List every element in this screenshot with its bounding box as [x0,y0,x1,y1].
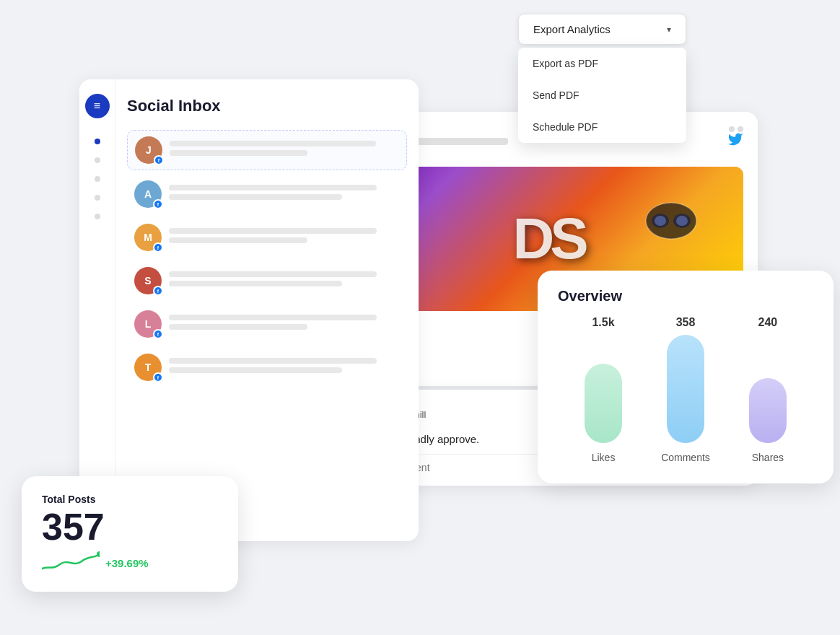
badge-letter: f [157,202,159,207]
badge-letter: f [157,332,159,337]
comments-value: 358 [676,316,696,329]
name-line [169,185,377,190]
trend-percentage: +39.69% [105,557,149,569]
message-line [169,194,342,200]
avatar-wrapper: L f [134,310,162,338]
app-logo[interactable]: ≡ [85,94,110,118]
shares-bar-wrapper [749,335,787,443]
twitter-icon [727,131,743,152]
platform-badge: f [154,155,164,165]
shares-label: Shares [752,452,784,463]
avatar-wrapper: A f [134,180,162,208]
name-line [169,228,377,234]
chart-column-shares: 240 Shares [749,316,787,463]
name-line [169,271,377,277]
avatar-wrapper: S f [134,267,162,294]
message-line [169,281,342,286]
overview-title: Overview [558,288,813,305]
list-item[interactable]: M f [127,218,407,257]
shares-value: 240 [758,316,778,329]
comments-label: Comments [661,452,710,463]
export-analytics-button[interactable]: Export Analytics ▾ [518,14,686,45]
inbox-item-content [169,271,400,290]
inbox-content: Social Inbox J f [115,79,419,541]
name-line [169,315,377,320]
platform-badge: f [153,199,163,209]
likes-bar-wrapper [585,335,622,443]
total-posts-card: Total Posts 357 +39.69% [22,476,238,592]
badge-letter: f [157,245,159,250]
likes-label: Likes [592,452,616,463]
svg-point-5 [676,216,688,226]
nav-dot-3[interactable] [95,176,100,182]
inbox-item-content [170,141,399,159]
chevron-down-icon: ▾ [667,25,671,35]
likes-value: 1.5k [592,316,614,329]
chart-column-likes: 1.5k Likes [585,316,622,463]
social-inbox-card: ≡ Social Inbox J f [79,79,419,541]
avatar-wrapper: M f [134,224,162,251]
shares-bar [749,378,787,443]
overview-card: Overview 1.5k Likes 358 Comments 240 [538,271,834,483]
inbox-list: J f A f [127,130,407,387]
sidebar-nav: ≡ [79,79,115,541]
export-dropdown-wrapper: Export Analytics ▾ Export as PDF Send PD… [518,14,686,45]
schedule-pdf-item[interactable]: Schedule PDF [518,111,686,143]
dot-2 [738,126,743,132]
inbox-item-content [169,358,400,377]
dot-1 [729,126,735,132]
comments-bar-wrapper [667,335,704,443]
avatar-wrapper: T f [134,354,162,381]
list-item[interactable]: A f [127,175,407,214]
badge-letter: f [158,158,159,163]
card-dots [729,126,743,132]
name-line [170,141,376,146]
export-dropdown-menu: Export as PDF Send PDF Schedule PDF [518,48,686,143]
post-image-text: DS [512,206,584,272]
message-line [169,324,307,330]
nav-dot-4[interactable] [95,195,100,201]
svg-point-4 [655,216,666,226]
platform-badge: f [153,242,163,253]
send-pdf-item[interactable]: Send PDF [518,79,686,111]
platform-badge: f [153,286,163,296]
likes-bar [585,364,622,443]
inbox-item-content [169,315,400,333]
list-item[interactable]: J f [127,130,407,170]
name-line [169,358,377,364]
total-posts-label: Total Posts [42,494,218,505]
inbox-item-content [169,228,400,247]
export-pdf-item[interactable]: Export as PDF [518,48,686,79]
avatar-wrapper: J f [135,136,162,164]
message-line [169,367,342,373]
chart-column-comments: 358 Comments [661,316,710,463]
inbox-title: Social Inbox [127,97,407,115]
inbox-item-content [169,185,400,203]
nav-dot-2[interactable] [95,157,100,163]
total-posts-number: 357 [42,508,218,546]
nav-dot-1[interactable] [95,139,100,144]
platform-badge: f [153,372,163,382]
badge-letter: f [157,375,159,380]
export-button-label: Export Analytics [533,23,611,35]
platform-badge: f [153,329,163,339]
comments-bar [667,335,704,443]
list-item[interactable]: L f [127,305,407,343]
chart-area: 1.5k Likes 358 Comments 240 S [558,319,813,463]
message-line [169,237,307,243]
list-item[interactable]: T f [127,348,407,387]
message-line [170,150,307,156]
logo-icon: ≡ [94,100,100,113]
trend-sparkline [42,551,100,574]
badge-letter: f [157,289,159,294]
scene: Export Analytics ▾ Export as PDF Send PD… [0,0,840,635]
list-item[interactable]: S f [127,261,407,300]
total-posts-trend: +39.69% [42,551,218,574]
nav-dot-5[interactable] [95,214,100,219]
